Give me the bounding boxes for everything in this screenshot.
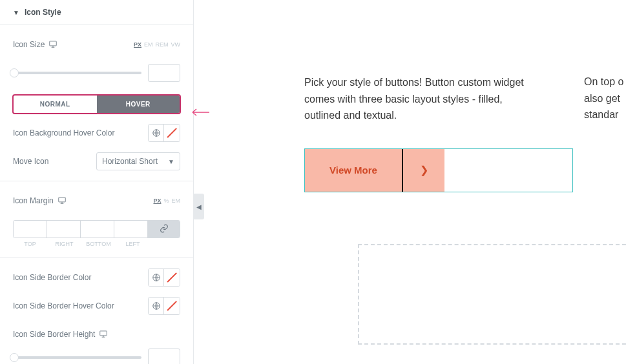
- button-empty-area: [444, 149, 572, 192]
- svg-rect-2: [58, 197, 65, 201]
- caret-down-icon: ▼: [13, 9, 19, 16]
- control-side-border-height: Icon Side Border Height: [13, 325, 180, 343]
- margin-bottom-input[interactable]: [81, 221, 114, 238]
- chevron-right-icon: ❯: [420, 164, 428, 176]
- unit-em[interactable]: EM: [172, 197, 181, 204]
- state-tabs: NORMAL HOVER: [13, 95, 180, 114]
- link-icon: [160, 224, 169, 235]
- slider-track[interactable]: [13, 356, 141, 359]
- section-title: Icon Style: [25, 8, 61, 17]
- unit-switcher[interactable]: PX EM REM VW: [134, 41, 180, 48]
- svg-rect-5: [100, 330, 107, 335]
- slider-side-border-height: [13, 349, 180, 364]
- responsive-icon[interactable]: [99, 329, 108, 340]
- unit-rem[interactable]: REM: [156, 41, 169, 48]
- select-value: Horizontal Short: [102, 157, 158, 166]
- divider: [0, 181, 193, 181]
- responsive-icon[interactable]: [57, 196, 67, 207]
- tab-hover[interactable]: HOVER: [97, 96, 180, 113]
- section-header-icon-style[interactable]: ▼ Icon Style: [0, 0, 193, 25]
- color-swatch-button[interactable]: [164, 125, 180, 141]
- sidebar-collapse-button[interactable]: ◀: [194, 194, 204, 219]
- description-text: Pick your style of buttons! Button custo…: [304, 74, 530, 124]
- unit-pct[interactable]: %: [163, 197, 169, 204]
- unit-vw[interactable]: VW: [171, 41, 181, 48]
- control-side-border-color: Icon Side Border Color: [13, 268, 180, 287]
- global-color-button[interactable]: [149, 298, 164, 314]
- content-column-left: Pick your style of buttons! Button custo…: [304, 74, 626, 192]
- button-widget: View More ❯: [304, 148, 573, 192]
- panel-content: Icon Size PX EM REM VW NORMAL HOVER: [0, 25, 193, 364]
- label-side-border-height: Icon Side Border Height: [13, 329, 108, 340]
- color-picker-side-border: [148, 268, 180, 287]
- control-side-border-hover-color: Icon Side Border Hover Color: [13, 297, 180, 315]
- responsive-icon[interactable]: [48, 39, 57, 50]
- control-icon-size: Icon Size PX EM REM VW: [13, 35, 180, 54]
- global-color-button[interactable]: [149, 269, 164, 286]
- unit-em[interactable]: EM: [144, 41, 153, 48]
- control-move-icon: Move Icon Horizontal Short ▼: [13, 152, 180, 170]
- chevron-left-icon: ◀: [196, 203, 202, 210]
- input-icon-size[interactable]: [148, 64, 180, 82]
- button-icon-part[interactable]: ❯: [402, 149, 444, 192]
- divider: [0, 258, 193, 258]
- color-picker-side-border-hover: [148, 297, 180, 315]
- label-right: RIGHT: [47, 241, 81, 247]
- description-text-right: On top oalso getstandar: [584, 74, 626, 123]
- control-icon-margin: Icon Margin PX % EM: [13, 192, 180, 210]
- label-bottom: BOTTOM: [81, 241, 116, 247]
- settings-sidebar: ▼ Icon Style Icon Size PX EM REM VW: [0, 0, 194, 364]
- global-color-button[interactable]: [149, 125, 164, 141]
- slider-track[interactable]: [13, 72, 141, 74]
- select-move-icon[interactable]: Horizontal Short ▼: [96, 152, 180, 170]
- no-color-icon: [167, 301, 177, 311]
- label-bg-hover-color: Icon Background Hover Color: [13, 128, 114, 137]
- label-side-border-hover-color: Icon Side Border Hover Color: [13, 301, 114, 310]
- color-swatch-button[interactable]: [164, 298, 180, 314]
- margin-inputs: [13, 220, 180, 238]
- color-picker-bg-hover: [148, 124, 180, 142]
- button-main[interactable]: View More: [305, 149, 402, 192]
- link-values-button[interactable]: [148, 221, 180, 238]
- no-color-icon: [167, 272, 177, 283]
- slider-thumb[interactable]: [10, 68, 19, 77]
- margin-right-input[interactable]: [47, 221, 81, 238]
- control-bg-hover-color: Icon Background Hover Color: [13, 124, 180, 142]
- margin-left-input[interactable]: [114, 221, 148, 238]
- label-top: TOP: [13, 241, 47, 247]
- input-side-border-height[interactable]: [148, 349, 180, 364]
- chevron-down-icon: ▼: [168, 158, 174, 165]
- label-left: LEFT: [116, 241, 150, 247]
- unit-px[interactable]: PX: [153, 197, 161, 204]
- empty-widget-placeholder[interactable]: [358, 244, 626, 345]
- color-swatch-button[interactable]: [164, 269, 180, 286]
- tab-normal[interactable]: NORMAL: [14, 96, 97, 113]
- margin-labels: TOP RIGHT BOTTOM LEFT: [13, 241, 180, 247]
- no-color-icon: [167, 128, 177, 138]
- label-icon-size: Icon Size: [13, 39, 57, 50]
- slider-icon-size: [13, 64, 180, 82]
- label-move-icon: Move Icon: [13, 157, 48, 166]
- margin-top-input[interactable]: [14, 221, 47, 238]
- slider-thumb[interactable]: [10, 353, 19, 362]
- label-icon-margin: Icon Margin: [13, 196, 67, 207]
- label-side-border-color: Icon Side Border Color: [13, 273, 91, 282]
- preview-canvas: Pick your style of buttons! Button custo…: [204, 0, 626, 364]
- svg-rect-0: [50, 41, 57, 45]
- unit-switcher-margin[interactable]: PX % EM: [153, 197, 180, 204]
- unit-px[interactable]: PX: [134, 41, 141, 48]
